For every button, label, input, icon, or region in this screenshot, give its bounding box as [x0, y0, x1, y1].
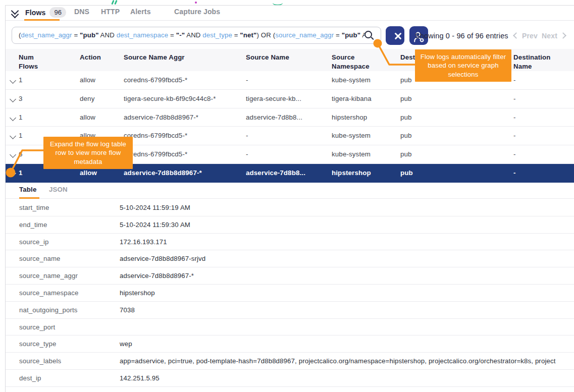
next-label: Next — [542, 32, 557, 40]
prev-button[interactable]: Prev — [514, 32, 538, 40]
detail-field-key: nat_outgoing_ports — [19, 302, 78, 318]
next-button[interactable]: Next — [542, 32, 565, 40]
cell-source-name-aggr: coredns-6799fbcd5-* — [124, 127, 242, 145]
cell-destination-name: - — [513, 127, 569, 145]
detail-field-key: source_port — [19, 319, 55, 335]
graph-fragment-dot — [195, 2, 197, 4]
cell-source-name-aggr: adservice-7d8b8d8967-* — [124, 108, 242, 127]
tab-flows-label: Flows — [25, 9, 45, 17]
panel-left-border — [5, 5, 6, 392]
column-header-num-flows[interactable]: Num Flows — [19, 53, 49, 71]
filter-query-text: (dest_name_aggr = "pub" AND dest_namespa… — [19, 27, 364, 43]
detail-field-key: source_ip — [19, 234, 49, 250]
cell-destination-name: - — [513, 145, 569, 163]
cell-destination-name: - — [513, 108, 569, 127]
clear-filter-button[interactable] — [386, 26, 404, 45]
expand-row-chevron-icon[interactable] — [10, 151, 16, 158]
detail-field-key: source_name — [19, 250, 61, 267]
detail-row: start_time 5-10-2024 11:59:19 AM — [5, 199, 574, 216]
detail-field-key: source_type — [19, 335, 57, 352]
flows-count-badge: 96 — [49, 7, 66, 18]
filter-query-input[interactable]: (dest_name_aggr = "pub" AND dest_namespa… — [12, 27, 381, 44]
cell-destination-name: - — [513, 71, 569, 89]
column-header-source-name[interactable]: Source Name — [246, 53, 327, 62]
cell-source-name-aggr: coredns-6799fbcd5-* — [124, 145, 242, 163]
tab-flows[interactable]: Flows96 — [25, 8, 66, 18]
column-header-action[interactable]: Action — [80, 53, 120, 62]
cell-dest-name-aggr: pub — [400, 145, 509, 163]
expand-row-chevron-icon[interactable] — [10, 170, 16, 177]
detail-field-key: dest_ip — [19, 370, 41, 386]
detail-tab-json[interactable]: JSON — [49, 186, 68, 193]
cell-source-namespace: hipstershop — [332, 164, 396, 182]
cell-source-name-aggr: tigera-secure-kb-6f9c9c44c8-* — [124, 90, 242, 108]
tab-http[interactable]: HTTP — [101, 8, 120, 16]
prev-label: Prev — [522, 32, 538, 40]
active-tab-underline — [24, 19, 60, 21]
detail-field-value: hipstershop — [120, 285, 155, 301]
detail-field-key: end_time — [19, 216, 47, 233]
cell-destination-name: - — [513, 90, 569, 108]
expand-row-chevron-icon[interactable] — [10, 133, 16, 140]
detail-row: source_labels app=adservice, pci=true, p… — [5, 353, 574, 370]
pagination-summary: Showing 0 - 96 of 96 entries — [415, 32, 508, 40]
detail-row: source_name_aggr adservice-7d8b8d8967-* — [5, 267, 574, 285]
pagination-controls: Prev Next — [514, 32, 565, 40]
cell-destination-name: - — [513, 164, 569, 182]
detail-field-key: source_namespace — [19, 285, 79, 301]
cell-source-name: - — [246, 127, 327, 145]
cell-source-name-aggr: coredns-6799fbcd5-* — [124, 71, 242, 89]
detail-tabs-divider — [5, 198, 574, 199]
cell-dest-name-aggr: pub — [400, 90, 509, 108]
flow-table-row[interactable]: 3 deny tigera-secure-kb-6f9c9c44c8-* tig… — [5, 90, 574, 108]
detail-tab-table[interactable]: Table — [19, 186, 37, 193]
cell-source-name-aggr: adservice-7d8b8d8967-* — [124, 164, 242, 182]
expand-row-chevron-icon[interactable] — [10, 77, 16, 84]
cell-dest-name-aggr: pub — [400, 108, 509, 127]
cell-num-flows: 3 — [19, 90, 74, 108]
cell-action: deny — [80, 90, 120, 108]
cell-source-namespace: kube-system — [332, 71, 396, 89]
expand-row-chevron-icon[interactable] — [10, 96, 16, 102]
detail-row: source_ip 172.16.193.171 — [5, 234, 574, 251]
tab-alerts[interactable]: Alerts — [130, 8, 151, 16]
detail-row: source_type wep — [5, 335, 574, 353]
flow-table-row[interactable]: 1 allow adservice-7d8b8d8967-* adservice… — [5, 108, 574, 127]
detail-row: source_name adservice-7d8b8d8967-srjvd — [5, 250, 574, 267]
column-header-source-name-aggr[interactable]: Source Name Aggr — [124, 53, 242, 62]
callout-filter-info: Flow logs automatically filter based on … — [415, 49, 511, 82]
detail-field-value: 5-10-2024 11:59:30 AM — [120, 216, 190, 233]
column-header-source-namespace[interactable]: Source Namespace — [332, 53, 377, 71]
column-header-destination-name[interactable]: Destination Name — [513, 53, 561, 71]
tab-capture-jobs[interactable]: Capture Jobs — [174, 8, 220, 16]
detail-field-key: source_labels — [19, 353, 61, 369]
cell-num-flows: 1 — [19, 108, 74, 127]
cell-action: allow — [80, 71, 120, 89]
search-icon[interactable] — [364, 31, 372, 38]
cell-action: allow — [80, 108, 120, 127]
detail-row: nat_outgoing_ports 7038 — [5, 302, 574, 319]
cell-source-name: - — [246, 71, 327, 89]
graph-fragment-slash — [114, 0, 117, 5]
expand-row-chevron-icon[interactable] — [10, 115, 16, 121]
callout-expand-row-info: Expand the flow log table row to view mo… — [43, 137, 133, 169]
detail-field-key: start_time — [19, 199, 49, 216]
collapse-panel-icon[interactable] — [11, 8, 19, 18]
graph-fragment-slash — [111, 0, 114, 5]
cell-source-name: adservice-7d8b8... — [246, 164, 327, 182]
tab-dns[interactable]: DNS — [74, 8, 89, 16]
x-icon — [389, 27, 401, 44]
cell-source-name: tigera-secure-kb... — [246, 90, 327, 108]
detail-field-value: app=adservice, pci=true, pod-template-ha… — [120, 353, 556, 369]
cell-source-name: - — [246, 145, 327, 163]
detail-row: source_port — [5, 319, 574, 336]
cell-source-namespace: tigera-kibana — [332, 90, 396, 108]
cell-source-namespace: kube-system — [332, 145, 396, 163]
flow-logs-panel: Flows96 DNS HTTP Alerts Capture Jobs (de… — [0, 0, 574, 392]
detail-field-value: 7038 — [120, 302, 135, 318]
cell-source-namespace: hipstershop — [332, 108, 396, 127]
detail-field-key: source_name_aggr — [19, 267, 78, 284]
detail-field-value: adservice-7d8b8d8967-* — [120, 267, 194, 284]
detail-field-value: 5-10-2024 11:59:19 AM — [120, 199, 190, 216]
detail-field-value: adservice-7d8b8d8967-srjvd — [120, 250, 205, 267]
